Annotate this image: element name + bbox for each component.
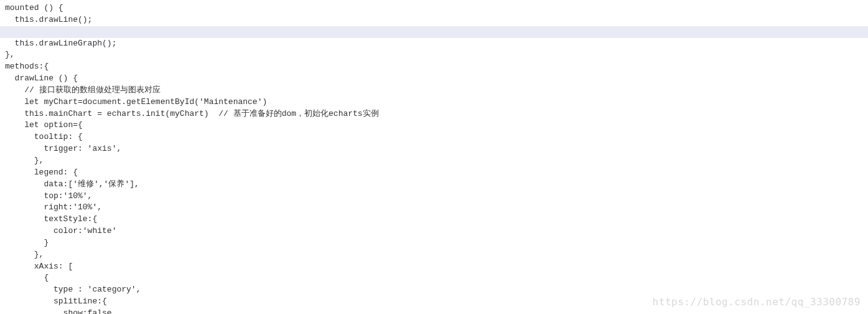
code-line: textStyle:{: [0, 214, 868, 226]
code-line: },: [0, 49, 868, 61]
watermark-text: https://blog.csdn.net/qq_33300789: [653, 295, 861, 309]
code-line: },: [0, 155, 868, 167]
code-line: this.mainChart = echarts.init(myChart) /…: [0, 108, 868, 120]
code-line: let myChart=document.getElementById('Mai…: [0, 97, 868, 108]
code-line: this.drawLineGraph();: [0, 38, 868, 50]
code-line: mounted () {: [0, 2, 868, 14]
code-line: top:'10%',: [0, 191, 868, 202]
code-line: this.drawLine();: [0, 14, 868, 26]
code-line: },: [0, 249, 868, 261]
code-line: methods:{: [0, 61, 868, 73]
code-line: tooltip: {: [0, 131, 868, 143]
code-line: {: [0, 272, 868, 284]
code-line: color:'white': [0, 226, 868, 237]
code-line: drawLine () {: [0, 73, 868, 85]
code-line: xAxis: [: [0, 261, 868, 273]
code-line: legend: {: [0, 167, 868, 179]
code-line: let option={: [0, 120, 868, 131]
code-line: trigger: 'axis',: [0, 143, 868, 155]
code-line: }: [0, 237, 868, 249]
code-block: mounted () { this.drawLine(); this.drawL…: [0, 0, 868, 314]
code-line: right:'10%',: [0, 202, 868, 214]
code-line: // 接口获取的数组做处理与图表对应: [0, 85, 868, 97]
code-line: [0, 26, 868, 38]
code-line: data:['维修','保养'],: [0, 179, 868, 191]
